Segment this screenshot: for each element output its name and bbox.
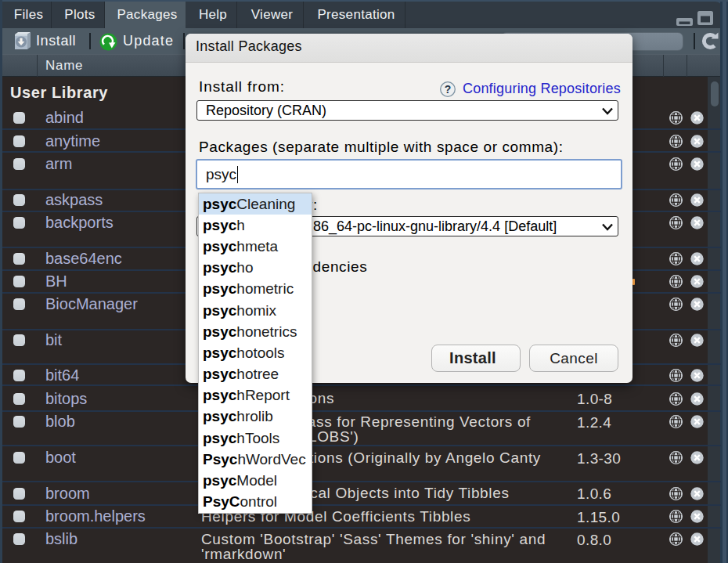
svg-text:?: ? <box>445 83 452 96</box>
